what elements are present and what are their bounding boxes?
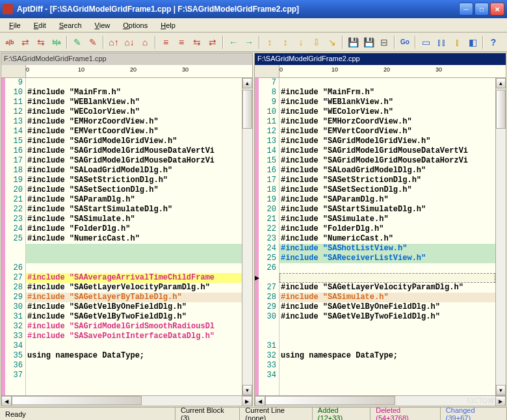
scroll-down-icon[interactable]: ▼ xyxy=(496,385,506,395)
code-line[interactable]: #include "SASimulate.h" xyxy=(280,293,495,302)
tool-prev[interactable]: ← xyxy=(226,35,240,49)
code-line[interactable]: #include "SAGridModelGridMouseDataVertVi xyxy=(280,146,495,156)
tool-home[interactable]: ⌂ xyxy=(138,35,152,49)
code-line[interactable]: #include "SASimulate.h" xyxy=(280,215,495,224)
left-hscroll[interactable]: ◀ ▶ xyxy=(1,395,252,406)
right-code-lines[interactable]: #include "MainFrm.h"#include "WEBlankVie… xyxy=(280,78,495,395)
left-vscroll[interactable]: ▲ ▼ xyxy=(242,78,252,395)
code-line[interactable]: #include "SASetSectionDlg.h" xyxy=(26,185,242,195)
tool-merge-right[interactable]: ⇄ xyxy=(205,35,220,49)
code-line[interactable] xyxy=(280,322,495,332)
tool-save3[interactable]: ⊟ xyxy=(377,35,391,49)
tool-edit-right[interactable]: ✎ xyxy=(86,35,100,49)
code-line[interactable]: using namespace DataType; xyxy=(26,351,242,361)
tool-compare-ba[interactable]: b|a xyxy=(49,35,64,49)
code-line[interactable]: #include "NumericCast.h" xyxy=(26,234,242,244)
code-line[interactable]: #include "NumericCast.h" xyxy=(280,234,495,244)
code-line[interactable] xyxy=(26,361,242,371)
right-pane-title[interactable]: F:\SAGridModelGridFrame2.cpp xyxy=(255,53,506,65)
code-line[interactable]: #include "SAStartSimulateDlg.h" xyxy=(26,205,242,215)
right-vscroll[interactable]: ▲ ▼ xyxy=(495,78,506,395)
tool-edit-left[interactable]: ✎ xyxy=(70,35,84,49)
code-line[interactable] xyxy=(280,371,495,380)
tool-view3[interactable]: ⫿ xyxy=(450,35,464,49)
tool-nav5[interactable]: ↘ xyxy=(325,35,339,49)
tool-view1[interactable]: ▭ xyxy=(419,35,433,49)
tool-view2[interactable]: ⫿⫿ xyxy=(434,35,448,49)
tool-list1[interactable]: ≡ xyxy=(159,35,173,49)
code-line[interactable]: #include "SAGridModelGridMouseDataHorzVi xyxy=(26,156,242,166)
code-line[interactable]: #include "MainFrm.h" xyxy=(280,88,495,98)
code-line[interactable]: #include "FolderDlg.h" xyxy=(280,224,495,234)
tool-save2[interactable]: 💾 xyxy=(361,35,376,49)
tool-nav4[interactable]: ⇩ xyxy=(309,35,324,49)
tool-view4[interactable]: ◧ xyxy=(465,35,480,49)
scroll-up-icon[interactable]: ▲ xyxy=(496,78,506,88)
code-line[interactable] xyxy=(280,78,495,88)
code-line[interactable] xyxy=(26,244,242,254)
code-line[interactable]: #include "SAGetLayerVelocityParamDlg.h" xyxy=(26,283,242,293)
code-line[interactable]: #include "WEColorView.h" xyxy=(26,107,242,117)
code-line[interactable]: #include "SAGridModelGridView.h" xyxy=(280,137,495,146)
code-line[interactable]: #include "SASetStrictionDlg.h" xyxy=(280,176,495,185)
tool-nav3[interactable]: ↓ xyxy=(294,35,308,49)
code-line[interactable]: #include "EMHorzCoordView.h" xyxy=(26,117,242,127)
code-line[interactable]: #include "SAReceiverListView.h" xyxy=(280,254,495,263)
left-code-area[interactable]: 9101112131415161718192021222324252627282… xyxy=(1,78,252,395)
tool-go[interactable]: Go xyxy=(398,35,412,49)
tool-compare-ab[interactable]: a|b xyxy=(3,35,17,49)
code-line[interactable]: #include "SAGetVelByTwoFieldDlg.h" xyxy=(280,312,495,322)
code-line[interactable]: #include "SAGridModelGridSmoothRadiousDl xyxy=(26,322,242,332)
code-line[interactable]: #include "EMVertCoordView.h" xyxy=(26,127,242,137)
code-line[interactable] xyxy=(26,341,242,351)
right-code-area[interactable]: ▶ 78910111213141516171819202122232425262… xyxy=(255,78,506,395)
code-line[interactable]: #include "SAGetLayerVelocityParamDlg.h" xyxy=(280,283,495,293)
tool-swap2[interactable]: ⇆ xyxy=(34,35,48,49)
code-line[interactable]: #include "SAGetVelByTwoFieldDlg.h" xyxy=(26,312,242,322)
code-line[interactable] xyxy=(280,273,495,283)
scroll-up-icon[interactable]: ▲ xyxy=(242,78,252,88)
tool-help[interactable]: ? xyxy=(486,35,500,49)
code-line[interactable] xyxy=(26,263,242,273)
scroll-down-icon[interactable]: ▼ xyxy=(242,385,252,395)
tool-list2[interactable]: ≡ xyxy=(174,35,188,49)
maximize-button[interactable]: □ xyxy=(474,3,489,16)
code-line[interactable]: #include "SALoadGridModelDlg.h" xyxy=(280,166,495,176)
scroll-left-icon[interactable]: ◀ xyxy=(1,396,12,406)
code-line[interactable] xyxy=(280,332,495,341)
menu-options[interactable]: Options xyxy=(118,20,153,31)
code-line[interactable]: #include "SAGetVelByOneFieldDlg.h" xyxy=(280,302,495,312)
code-line[interactable]: #include "EMVertCoordView.h" xyxy=(280,127,495,137)
close-button[interactable]: ✕ xyxy=(490,3,504,16)
code-line[interactable]: #include "WEBlankView.h" xyxy=(280,98,495,107)
tool-swap1[interactable]: ⇄ xyxy=(18,35,32,49)
menu-edit[interactable]: Edit xyxy=(29,20,51,31)
tool-nav2[interactable]: ↕ xyxy=(278,35,292,49)
code-line[interactable]: #include "SAParamDlg.h" xyxy=(280,195,495,205)
tool-save1[interactable]: 💾 xyxy=(346,35,360,49)
code-line[interactable] xyxy=(26,254,242,263)
code-line[interactable]: #include "WEColorView.h" xyxy=(280,107,495,117)
code-line[interactable]: #include "SALoadGridModelDlg.h" xyxy=(26,166,242,176)
code-line[interactable]: #include "SAStartSimulateDlg.h" xyxy=(280,205,495,215)
code-line[interactable] xyxy=(280,361,495,371)
code-line[interactable]: #include "SASetSectionDlg.h" xyxy=(280,185,495,195)
tool-home-down[interactable]: ⌂↓ xyxy=(122,35,136,49)
code-line[interactable]: #include "SAParamDlg.h" xyxy=(26,195,242,205)
tool-nav1[interactable]: ↕ xyxy=(263,35,277,49)
code-line[interactable]: #include "SAGridModelGridMouseDataHorzVi xyxy=(280,156,495,166)
code-line[interactable]: #include "SAGetLayerByTableDlg.h" xyxy=(26,293,242,302)
menu-view[interactable]: View xyxy=(90,20,116,31)
code-line[interactable] xyxy=(280,341,495,351)
left-code-lines[interactable]: #include "MainFrm.h"#include "WEBlankVie… xyxy=(26,78,242,395)
tool-next[interactable]: → xyxy=(242,35,256,49)
minimize-button[interactable]: ─ xyxy=(459,3,473,16)
menu-file[interactable]: File xyxy=(4,20,26,31)
code-line[interactable]: #include "SASimulate.h" xyxy=(26,215,242,224)
code-line[interactable]: #include "FolderDlg.h" xyxy=(26,224,242,234)
code-line[interactable]: #include "WEBlankView.h" xyxy=(26,98,242,107)
code-line[interactable] xyxy=(280,263,495,273)
code-line[interactable] xyxy=(26,371,242,380)
code-line[interactable]: #include "SAAverageArrivalTimeChildFrame xyxy=(26,273,242,283)
tool-merge-left[interactable]: ⇆ xyxy=(190,35,204,49)
